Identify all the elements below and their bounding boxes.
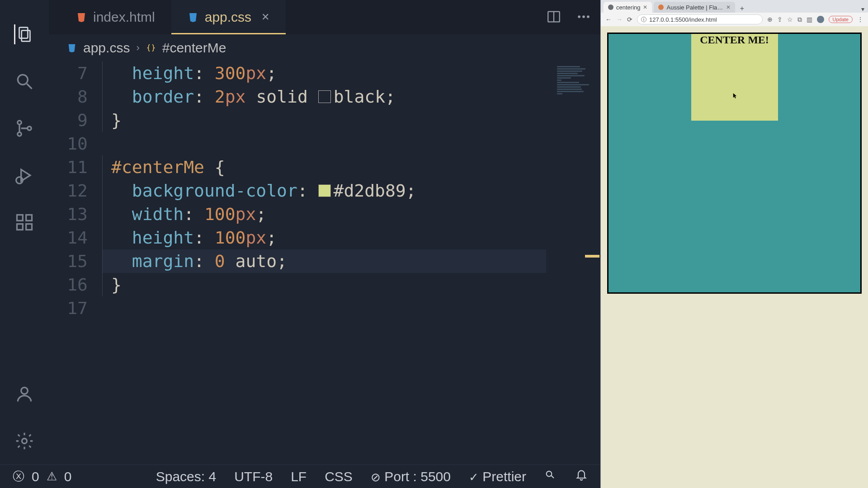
line-number: 15 bbox=[49, 249, 88, 273]
status-encoding[interactable]: UTF-8 bbox=[234, 469, 273, 484]
address-bar[interactable]: i 127.0.0.1:5500/index.html bbox=[637, 14, 763, 24]
status-errors[interactable]: 0 bbox=[32, 469, 39, 484]
profile-avatar[interactable] bbox=[817, 16, 824, 23]
css-file-icon bbox=[67, 43, 77, 53]
bell-icon[interactable] bbox=[575, 469, 588, 484]
center-me-text: CENTER ME! bbox=[700, 34, 769, 46]
overview-change-marker bbox=[585, 255, 599, 258]
editor-column: index.html app.css ✕ bbox=[49, 0, 600, 465]
url-text: 127.0.0.1:5500/index.html bbox=[649, 16, 717, 23]
svg-point-21 bbox=[587, 15, 590, 18]
status-prettier[interactable]: ✓ Prettier bbox=[469, 469, 526, 484]
browser-tab-aussie-palette[interactable]: Aussie Palette | Flat UI Colo ✕ bbox=[654, 2, 735, 13]
line-number-gutter: 7891011121314151617 bbox=[49, 61, 102, 465]
svg-rect-10 bbox=[17, 224, 23, 230]
extensions-puzzle-icon[interactable]: ⧉ bbox=[797, 16, 802, 23]
vscode-main: index.html app.css ✕ bbox=[0, 0, 600, 465]
browser-toolbar: ← → ⟳ i 127.0.0.1:5500/index.html ⊕ ⇪ ☆ … bbox=[601, 13, 868, 26]
close-icon[interactable]: ✕ bbox=[643, 4, 647, 10]
svg-rect-0 bbox=[19, 28, 28, 38]
extensions-icon[interactable] bbox=[14, 212, 34, 232]
browser-tab-strip: centering ✕ Aussie Palette | Flat UI Col… bbox=[601, 0, 868, 13]
svg-rect-9 bbox=[17, 215, 23, 221]
status-warnings[interactable]: 0 bbox=[64, 469, 72, 484]
line-number: 12 bbox=[49, 179, 88, 202]
svg-point-14 bbox=[22, 439, 27, 444]
code-line[interactable]: height: 100px; bbox=[102, 226, 546, 249]
svg-line-3 bbox=[27, 84, 32, 89]
split-editor-icon[interactable] bbox=[546, 7, 561, 26]
status-liveserver[interactable]: ⊘ Port : 5500 bbox=[371, 469, 451, 484]
code-line[interactable]: margin: 0 auto; bbox=[102, 249, 546, 273]
tab-app-css[interactable]: app.css ✕ bbox=[171, 0, 286, 34]
browser-tab-title: Aussie Palette | Flat UI Colo bbox=[666, 4, 723, 11]
tab-label: app.css bbox=[205, 9, 251, 25]
svg-point-5 bbox=[18, 132, 21, 136]
kebab-menu-icon[interactable]: ⋮ bbox=[857, 16, 863, 23]
share-icon[interactable]: ⇪ bbox=[777, 16, 783, 23]
code-line[interactable]: height: 300px; bbox=[102, 61, 546, 85]
line-number: 16 bbox=[49, 273, 88, 296]
svg-rect-12 bbox=[26, 215, 32, 221]
code-line[interactable]: background-color: #d2db89; bbox=[102, 179, 546, 202]
more-actions-icon[interactable] bbox=[576, 7, 591, 26]
status-spaces[interactable]: Spaces: 4 bbox=[156, 469, 216, 484]
code-line[interactable]: width: 100px; bbox=[102, 202, 546, 226]
browser-tab-title: centering bbox=[616, 4, 640, 11]
tab-index-html[interactable]: index.html bbox=[60, 0, 171, 34]
mouse-cursor-icon bbox=[733, 89, 737, 96]
editor-tab-strip: index.html app.css ✕ bbox=[49, 0, 600, 34]
new-tab-button[interactable]: + bbox=[737, 5, 747, 13]
line-number: 7 bbox=[49, 61, 88, 85]
update-button[interactable]: Update bbox=[829, 16, 853, 23]
css-file-icon bbox=[188, 12, 198, 23]
warning-icon[interactable]: ⚠ bbox=[47, 469, 57, 483]
code-line[interactable]: } bbox=[102, 108, 546, 132]
feedback-icon[interactable] bbox=[544, 469, 557, 484]
overview-ruler[interactable] bbox=[592, 61, 600, 465]
chevron-right-icon: › bbox=[136, 42, 139, 54]
code-line[interactable]: } bbox=[102, 273, 546, 296]
error-icon[interactable]: ⓧ bbox=[13, 469, 24, 484]
code-line[interactable]: #centerMe { bbox=[102, 155, 546, 179]
star-icon[interactable]: ☆ bbox=[787, 16, 793, 23]
forward-icon[interactable]: → bbox=[616, 16, 623, 23]
close-icon[interactable]: ✕ bbox=[726, 4, 731, 10]
svg-point-20 bbox=[582, 15, 585, 18]
code-line[interactable] bbox=[102, 132, 546, 155]
reload-icon[interactable]: ⟳ bbox=[627, 16, 632, 23]
run-debug-icon[interactable] bbox=[14, 165, 34, 185]
active-tab-indicator bbox=[171, 33, 286, 34]
svg-rect-1 bbox=[21, 30, 30, 41]
chevron-down-icon[interactable]: ▾ bbox=[861, 5, 868, 13]
code-line[interactable] bbox=[102, 296, 546, 320]
search-icon[interactable] bbox=[14, 71, 34, 91]
back-icon[interactable]: ← bbox=[605, 16, 612, 23]
browser-tab-centering[interactable]: centering ✕ bbox=[604, 2, 652, 13]
status-eol[interactable]: LF bbox=[291, 469, 307, 484]
account-icon[interactable] bbox=[14, 384, 34, 404]
explorer-icon[interactable] bbox=[14, 24, 34, 44]
settings-gear-icon[interactable] bbox=[14, 431, 34, 451]
browser-viewport: CENTER ME! bbox=[601, 26, 868, 488]
line-number: 11 bbox=[49, 155, 88, 179]
svg-marker-15 bbox=[78, 13, 85, 22]
code-line[interactable]: border: 2px solid black; bbox=[102, 85, 546, 108]
block-icon: ⊘ bbox=[371, 470, 381, 484]
line-number: 14 bbox=[49, 226, 88, 249]
zoom-icon[interactable]: ⊕ bbox=[767, 16, 773, 23]
line-number: 9 bbox=[49, 108, 88, 132]
status-language[interactable]: CSS bbox=[325, 469, 353, 484]
code-content[interactable]: height: 300px; border: 2px solid black;}… bbox=[102, 61, 600, 465]
breadcrumb[interactable]: app.css › #centerMe bbox=[49, 34, 600, 61]
favicon-icon bbox=[658, 5, 664, 10]
line-number: 8 bbox=[49, 85, 88, 108]
code-editor[interactable]: 7891011121314151617 height: 300px; borde… bbox=[49, 61, 600, 465]
tab-label: index.html bbox=[93, 9, 155, 25]
site-info-icon[interactable]: i bbox=[641, 17, 646, 22]
svg-point-2 bbox=[18, 75, 28, 84]
close-icon[interactable]: ✕ bbox=[261, 11, 269, 23]
center-me-box: CENTER ME! bbox=[691, 34, 778, 121]
side-panel-icon[interactable]: ▥ bbox=[807, 16, 812, 23]
source-control-icon[interactable] bbox=[14, 118, 34, 138]
